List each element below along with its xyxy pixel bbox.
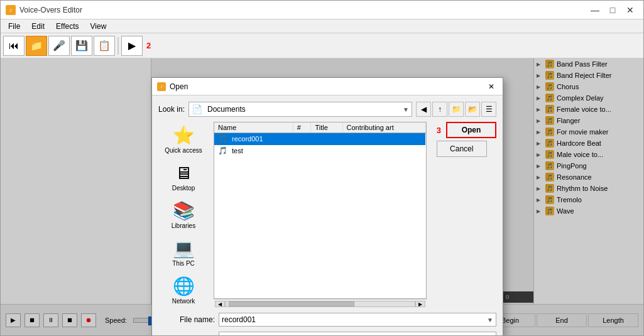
dialog-overlay: ♪ Open ✕ Look in: 📄 Documents ▼ <box>1 58 643 335</box>
file-name: test <box>232 147 243 154</box>
qa-libraries[interactable]: 📚 Libraries <box>161 197 205 232</box>
file-icon: 🎵 <box>218 146 227 155</box>
file-artist-cell <box>342 145 425 157</box>
dialog-title: Open <box>170 82 188 91</box>
file-title-cell <box>311 133 342 145</box>
look-in-value: Documents <box>207 105 400 114</box>
quick-access-sidebar: ⭐ Quick access 🖥 Desktop 📚 Libraries <box>158 122 209 308</box>
file-name-input[interactable]: record001 ▼ <box>219 313 496 327</box>
maximize-button[interactable]: □ <box>604 3 621 17</box>
export-button[interactable]: 📋 <box>94 36 115 56</box>
open-row: 3 Open <box>437 122 496 138</box>
open-button[interactable]: Open <box>446 122 496 138</box>
next-button[interactable]: ▶ <box>121 36 143 56</box>
menu-effects[interactable]: Effects <box>51 21 84 32</box>
minimize-button[interactable]: — <box>587 3 603 17</box>
file-num-cell <box>293 145 311 157</box>
qa-quick-access[interactable]: ⭐ Quick access <box>161 122 205 157</box>
title-bar: ♪ Voice-Overs Editor — □ ✕ <box>1 1 643 19</box>
file-list-area: ⭐ Quick access 🖥 Desktop 📚 Libraries <box>158 122 496 308</box>
file-name-label: File name: <box>158 315 215 324</box>
scroll-right-button[interactable]: ▶ <box>415 301 425 307</box>
file-type-row: Files of type: All supported formats ▼ <box>158 332 496 335</box>
file-name: record001 <box>232 135 263 143</box>
dialog-title-bar: ♪ Open ✕ <box>152 78 503 95</box>
qa-label: Quick access <box>165 147 202 154</box>
folder-icon: 📄 <box>192 104 202 114</box>
menu-bar: File Edit Effects View <box>1 19 643 33</box>
save-button[interactable]: 💾 <box>71 36 92 56</box>
main-window: ♪ Voice-Overs Editor — □ ✕ File Edit Eff… <box>0 0 644 336</box>
look-in-label: Look in: <box>158 105 185 114</box>
cancel-button[interactable]: Cancel <box>437 141 487 157</box>
dialog-close-button[interactable]: ✕ <box>485 81 498 92</box>
file-icon: 🎵 <box>218 134 227 143</box>
horizontal-scrollbar[interactable]: ◀ ▶ <box>214 299 427 308</box>
file-type-select[interactable]: All supported formats ▼ <box>219 332 496 335</box>
file-name-cell: 🎵 record001 <box>214 133 293 145</box>
qa-label: Libraries <box>172 222 195 229</box>
qa-desktop[interactable]: 🖥 Desktop <box>161 160 205 195</box>
step-3-badge: 3 <box>437 126 441 135</box>
folder-button[interactable]: 📁 <box>26 36 47 56</box>
nav-back-button[interactable]: ◀ <box>416 102 431 117</box>
this-pc-icon: 💻 <box>173 238 195 259</box>
open-dialog: ♪ Open ✕ Look in: 📄 Documents ▼ <box>151 77 503 335</box>
app-title: Voice-Overs Editor <box>19 6 82 14</box>
close-button[interactable]: ✕ <box>622 3 638 17</box>
dialog-body: Look in: 📄 Documents ▼ ◀ ↑ 📁 📂 ☰ <box>152 95 503 335</box>
toolbar-separator <box>117 37 119 55</box>
file-name-row: File name: record001 ▼ <box>158 313 496 327</box>
nav-menu-button[interactable]: ☰ <box>481 102 496 117</box>
menu-file[interactable]: File <box>3 21 25 32</box>
file-title-cell <box>311 145 342 157</box>
qa-label: This PC <box>172 260 195 267</box>
title-bar-left: ♪ Voice-Overs Editor <box>6 5 82 15</box>
app-icon: ♪ <box>6 5 16 15</box>
file-type-label: Files of type: <box>158 334 215 335</box>
desktop-icon: 🖥 <box>175 163 192 183</box>
col-name[interactable]: Name <box>214 122 293 133</box>
file-type-value: All supported formats <box>222 334 487 335</box>
content-area: ▶ 🎵 Band Pass Filter ▶ 🎵 Band Reject Fil… <box>1 58 643 335</box>
qa-network[interactable]: 🌐 Network <box>161 273 205 308</box>
qa-label: Network <box>172 298 195 305</box>
scroll-thumb <box>229 301 354 306</box>
file-name-value: record001 <box>222 315 487 324</box>
look-in-row: Look in: 📄 Documents ▼ ◀ ↑ 📁 📂 ☰ <box>158 102 496 117</box>
table-row[interactable]: 🎵 test <box>214 145 425 157</box>
nav-new-folder-button[interactable]: 📁 <box>449 102 464 117</box>
network-icon: 🌐 <box>173 276 195 296</box>
menu-edit[interactable]: Edit <box>26 21 50 32</box>
menu-view[interactable]: View <box>85 21 112 32</box>
step-badge: 2 <box>146 41 151 50</box>
window-controls: — □ ✕ <box>587 3 638 17</box>
file-artist-cell <box>342 133 425 145</box>
quick-access-icon: ⭐ <box>173 125 195 146</box>
col-number[interactable]: # <box>293 122 311 133</box>
look-in-select[interactable]: 📄 Documents ▼ <box>188 102 412 117</box>
dropdown-arrow-icon: ▼ <box>487 335 493 336</box>
table-row[interactable]: 🎵 record001 <box>214 133 425 145</box>
col-artist[interactable]: Contributing art <box>342 122 425 133</box>
scroll-left-button[interactable]: ◀ <box>215 301 225 307</box>
file-table: Name # Title Contributing art <box>214 122 426 157</box>
file-num-cell <box>293 133 311 145</box>
file-table-container[interactable]: Name # Title Contributing art <box>214 122 427 299</box>
nav-up-button[interactable]: ↑ <box>432 102 447 117</box>
file-name-cell: 🎵 test <box>214 145 293 157</box>
scroll-track[interactable] <box>225 301 415 307</box>
dialog-title-icon: ♪ <box>157 82 166 91</box>
nav-toolbar: ◀ ↑ 📁 📂 ☰ <box>416 102 496 117</box>
toolbar: ⏮ 📁 🎤 💾 📋 ▶ 2 <box>1 33 643 58</box>
dropdown-arrow-icon: ▼ <box>403 106 409 113</box>
transport-button[interactable]: ⏮ <box>3 36 25 56</box>
qa-label: Desktop <box>172 185 195 192</box>
mic-button[interactable]: 🎤 <box>48 36 70 56</box>
nav-view-button[interactable]: 📂 <box>465 102 480 117</box>
col-title[interactable]: Title <box>311 122 342 133</box>
file-table-wrapper: Name # Title Contributing art <box>214 122 427 308</box>
qa-this-pc[interactable]: 💻 This PC <box>161 235 205 270</box>
dropdown-arrow-icon: ▼ <box>487 317 493 323</box>
libraries-icon: 📚 <box>173 200 195 221</box>
